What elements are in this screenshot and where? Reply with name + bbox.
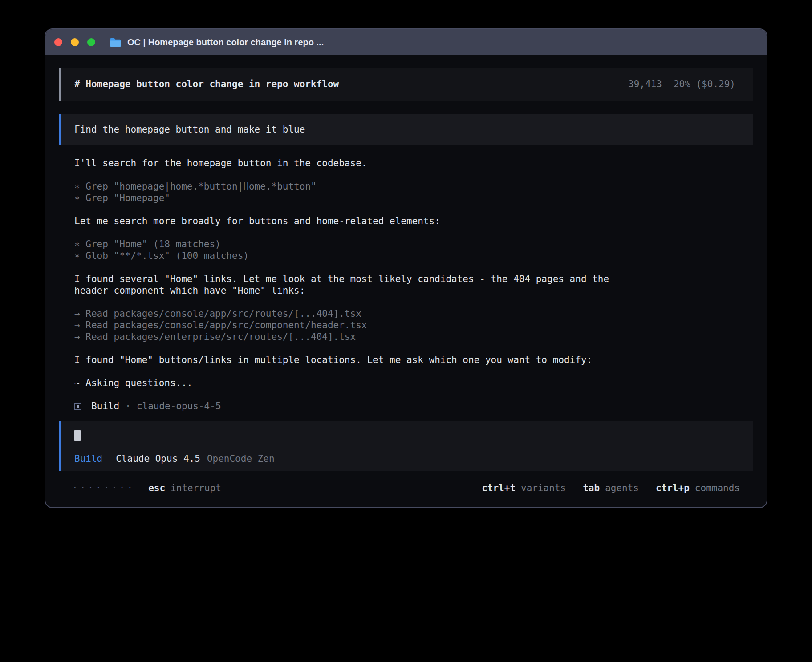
tool-call-read: → Read packages/console/app/src/componen… [74, 319, 753, 331]
prompt-input[interactable]: Build Claude Opus 4.5 OpenCode Zen [59, 421, 753, 471]
terminal-content: # Homepage button color change in repo w… [45, 55, 767, 507]
tool-call-read: → Read packages/enterprise/src/routes/[.… [74, 331, 753, 343]
input-model-label: Claude Opus 4.5 [116, 453, 200, 464]
session-title: # Homepage button color change in repo w… [74, 78, 339, 90]
ctrl-t-key-label: ctrl+t [482, 482, 516, 494]
commands-label: commands [695, 482, 740, 494]
window-title-group: OC | Homepage button color change in rep… [110, 37, 324, 48]
status-bar-left: ········ esc interrupt [72, 482, 221, 494]
close-window-button[interactable] [54, 38, 62, 46]
assistant-text: header component which have "Home" links… [74, 285, 753, 296]
tool-call-grep: ∗ Grep "Homepage" [74, 192, 753, 204]
agents-label: agents [605, 482, 639, 494]
ctrl-p-key-label: ctrl+p [656, 482, 690, 494]
status-bar-right: ctrl+t variants tab agents ctrl+p comman… [482, 482, 740, 494]
window-titlebar[interactable]: OC | Homepage button color change in rep… [45, 29, 767, 55]
agents-shortcut: tab agents [583, 482, 639, 494]
input-agent-label: Build [74, 453, 102, 464]
tool-call-grep: ∗ Grep "homepage|home.*button|Home.*butt… [74, 181, 753, 192]
assistant-text: I'll search for the homepage button in t… [74, 157, 753, 169]
minimize-window-button[interactable] [71, 38, 79, 46]
esc-key-label: esc [148, 482, 165, 494]
terminal-window: OC | Homepage button color change in rep… [45, 28, 767, 508]
assistant-text: I found "Home" buttons/links in multiple… [74, 354, 753, 366]
input-provider-label: OpenCode Zen [207, 453, 275, 464]
tool-call-glob: ∗ Glob "**/*.tsx" (100 matches) [74, 250, 753, 262]
interrupt-hint: esc interrupt [148, 482, 221, 494]
tool-call-grep: ∗ Grep "Home" (18 matches) [74, 238, 753, 250]
separator-dot: · [125, 400, 131, 412]
agent-status-line: Build · claude-opus-4-5 [74, 400, 753, 412]
commands-shortcut: ctrl+p commands [656, 482, 740, 494]
context-usage: 20% ($0.29) [674, 78, 735, 90]
assistant-text: Let me search more broadly for buttons a… [74, 215, 753, 227]
text-cursor [74, 430, 81, 441]
session-header: # Homepage button color change in repo w… [59, 68, 753, 101]
spinner-dots: ········ [72, 482, 135, 494]
assistant-text: I found several "Home" links. Let me loo… [74, 273, 753, 285]
traffic-lights [54, 38, 95, 46]
model-id: claude-opus-4-5 [137, 400, 221, 412]
folder-icon [110, 38, 122, 47]
input-meta: Build Claude Opus 4.5 OpenCode Zen [74, 453, 753, 464]
user-message: Find the homepage button and make it blu… [59, 114, 753, 145]
agent-name: Build [91, 400, 119, 412]
variants-shortcut: ctrl+t variants [482, 482, 566, 494]
session-meta: 39,413 20% ($0.29) [628, 78, 735, 90]
tab-key-label: tab [583, 482, 600, 494]
token-count: 39,413 [628, 78, 662, 90]
tool-call-read: → Read packages/console/app/src/routes/[… [74, 308, 753, 319]
interrupt-label: interrupt [171, 482, 221, 494]
window-title: OC | Homepage button color change in rep… [127, 37, 324, 48]
zoom-window-button[interactable] [87, 38, 95, 46]
status-bar: ········ esc interrupt ctrl+t variants t… [59, 471, 753, 507]
user-message-text: Find the homepage button and make it blu… [74, 124, 305, 135]
agent-box-icon [74, 403, 81, 410]
transcript: I'll search for the homepage button in t… [59, 157, 753, 412]
variants-label: variants [521, 482, 566, 494]
assistant-status-text: ~ Asking questions... [74, 377, 753, 389]
